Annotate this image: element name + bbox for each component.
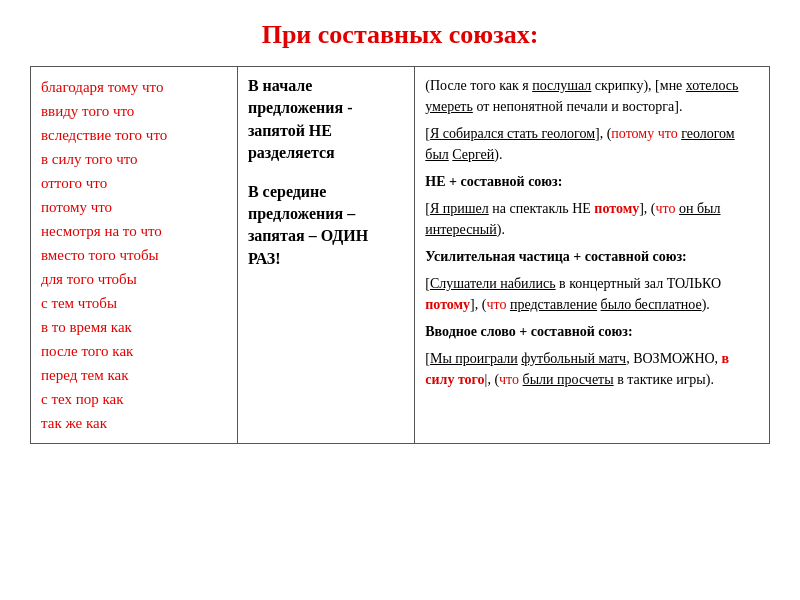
col2-cell: В начале предложения - запятой НЕ раздел… <box>237 67 414 444</box>
list-item: в то время как <box>41 315 227 339</box>
list-item: с тех пор как <box>41 387 227 411</box>
list-item: ввиду того что <box>41 99 227 123</box>
list-item: после того как <box>41 339 227 363</box>
list-item: так же как <box>41 411 227 435</box>
col1-list: благодаря тому что ввиду того что вследс… <box>41 75 227 435</box>
col3-p4: [Я пришел на спектакль НЕ потому], (что … <box>425 198 759 240</box>
col3-p2: [Я собирался стать геологом], (потому чт… <box>425 123 759 165</box>
list-item: благодаря тому что <box>41 75 227 99</box>
col3-p7: Вводное слово + составной союз: <box>425 321 759 342</box>
col1-cell: благодаря тому что ввиду того что вследс… <box>31 67 238 444</box>
list-item: для того чтобы <box>41 267 227 291</box>
col3-content: (После того как я послушал скрипку), [мн… <box>425 75 759 390</box>
col3-cell: (После того как я послушал скрипку), [мн… <box>415 67 770 444</box>
list-item: несмотря на то что <box>41 219 227 243</box>
list-item: оттого что <box>41 171 227 195</box>
col2-block2: В середине предложения – запятая – ОДИН … <box>248 181 404 271</box>
list-item: с тем чтобы <box>41 291 227 315</box>
list-item: перед тем как <box>41 363 227 387</box>
list-item: потому что <box>41 195 227 219</box>
main-table: благодаря тому что ввиду того что вследс… <box>30 66 770 444</box>
col3-p3: НЕ + составной союз: <box>425 171 759 192</box>
col3-p8: [Мы проиграли футбольный матч, ВОЗМОЖНО,… <box>425 348 759 390</box>
page-title: При составных союзах: <box>30 20 770 50</box>
list-item: вместо того чтобы <box>41 243 227 267</box>
col2-block1: В начале предложения - запятой НЕ раздел… <box>248 75 404 165</box>
list-item: в силу того что <box>41 147 227 171</box>
col3-p5: Усилительная частица + составной союз: <box>425 246 759 267</box>
list-item: вследствие того что <box>41 123 227 147</box>
col3-p6: [Слушатели набились в концертный зал ТОЛ… <box>425 273 759 315</box>
col3-p1: (После того как я послушал скрипку), [мн… <box>425 75 759 117</box>
